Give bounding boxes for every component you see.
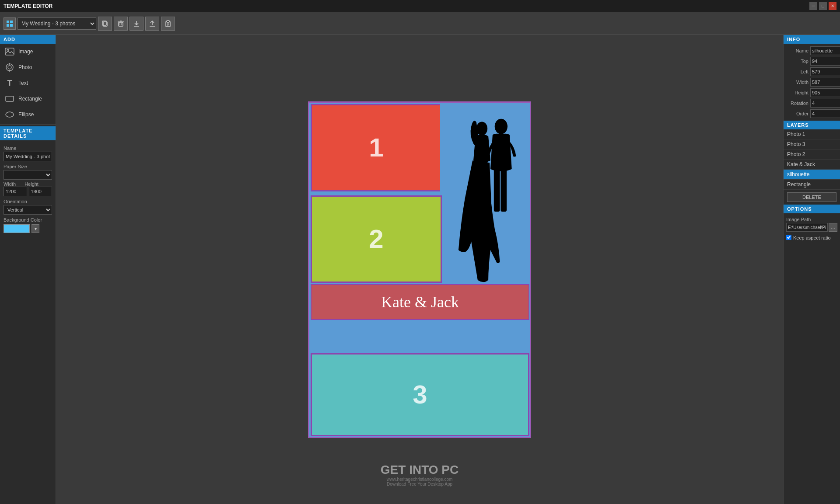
svg-rect-3: [10, 24, 13, 27]
clipboard-button[interactable]: [161, 17, 175, 31]
text-kate-jack[interactable]: Kate & Jack: [311, 284, 529, 320]
layers-header: LAYERS: [784, 121, 840, 129]
bg-color-swatch[interactable]: [4, 224, 30, 233]
ellipse-tool-button[interactable]: Ellipse: [0, 107, 56, 122]
options-header: OPTIONS: [784, 205, 840, 213]
delete-layer-button[interactable]: DELETE: [787, 192, 836, 202]
info-section: Name Top Left Width Height Rotation: [784, 44, 840, 121]
info-left-input[interactable]: [810, 67, 840, 76]
info-name-label: Name: [786, 48, 810, 53]
svg-point-27: [6, 112, 14, 117]
text-kate-jack-value: Kate & Jack: [381, 293, 459, 311]
silhouette-svg: [455, 114, 525, 284]
add-section-header: ADD: [0, 35, 56, 44]
bg-color-dropdown[interactable]: ▾: [32, 224, 39, 233]
width-label: Width: [4, 181, 16, 187]
info-order-label: Order: [786, 111, 810, 116]
info-top-label: Top: [786, 59, 810, 64]
maximize-button[interactable]: □: [819, 2, 827, 10]
layers-list: Photo 1 Photo 3 Photo 2 Kate & Jack silh…: [784, 129, 840, 190]
photo3-box[interactable]: 3: [311, 353, 529, 436]
info-name-input[interactable]: [810, 46, 840, 55]
layer-item-kate-jack[interactable]: Kate & Jack: [784, 160, 840, 170]
svg-rect-1: [10, 21, 13, 23]
photo1-box[interactable]: 1: [311, 104, 442, 191]
paper-size-label: Paper Size: [4, 164, 52, 169]
image-tool-label: Image: [18, 49, 33, 55]
height-input[interactable]: [29, 187, 52, 196]
left-panel: ADD Image Photo T Text Rectangle: [0, 35, 56, 504]
photo-tool-button[interactable]: Photo: [0, 59, 56, 75]
download-button[interactable]: [130, 17, 144, 31]
toolbar: My Wedding - 3 photos: [0, 12, 840, 35]
ellipse-icon: [4, 109, 15, 120]
svg-rect-6: [119, 22, 123, 26]
photo3-number: 3: [413, 379, 427, 410]
info-height-input[interactable]: [810, 88, 840, 97]
height-label: Height: [24, 181, 38, 187]
text-tool-button[interactable]: T Text: [0, 75, 56, 91]
rectangle-icon: [4, 94, 15, 104]
layer-item-rectangle[interactable]: Rectangle: [784, 180, 840, 190]
info-width-input[interactable]: [810, 78, 840, 87]
photo1-number: 1: [369, 132, 383, 163]
silhouette-bg[interactable]: [440, 103, 530, 284]
text-tool-label: Text: [18, 80, 28, 86]
photo-icon: [4, 62, 15, 73]
rectangle-tool-label: Rectangle: [18, 96, 42, 102]
close-button[interactable]: ✕: [829, 2, 836, 10]
info-rotation-input[interactable]: [810, 99, 840, 108]
svg-point-31: [476, 122, 487, 135]
right-panel: INFO Name Top Left Width Height: [783, 35, 840, 504]
main-area: ADD Image Photo T Text Rectangle: [0, 35, 840, 504]
image-tool-button[interactable]: Image: [0, 44, 56, 59]
image-path-input[interactable]: [786, 223, 828, 232]
template-select[interactable]: My Wedding - 3 photos: [18, 17, 96, 30]
svg-point-28: [495, 118, 508, 134]
minimize-button[interactable]: ─: [809, 2, 817, 10]
info-order-input[interactable]: [810, 109, 840, 118]
layer-item-photo1[interactable]: Photo 1: [784, 129, 840, 139]
watermark-sub: Download Free Your Desktop App: [381, 482, 458, 487]
svg-point-22: [6, 64, 13, 71]
template-details-section: Name Paper Size Width Height Orientation…: [0, 140, 56, 236]
info-top-input[interactable]: [810, 57, 840, 66]
watermark-big: GET INTO PC: [381, 463, 458, 477]
info-left-label: Left: [786, 69, 810, 74]
info-width-label: Width: [786, 80, 810, 85]
watermark: GET INTO PC www.heritagechristiancollege…: [381, 463, 458, 487]
name-label: Name: [4, 146, 52, 151]
layer-item-silhouette[interactable]: silhouette: [784, 170, 840, 180]
rectangle-tool-button[interactable]: Rectangle: [0, 91, 56, 107]
name-input[interactable]: [4, 152, 52, 161]
text-icon: T: [4, 78, 15, 88]
layer-item-photo2[interactable]: Photo 2: [784, 149, 840, 160]
svg-rect-0: [7, 21, 9, 23]
options-section: Image Path … Keep aspect ratio: [784, 213, 840, 243]
orientation-label: Orientation: [4, 199, 52, 204]
upload-button[interactable]: [145, 17, 159, 31]
layer-item-photo3[interactable]: Photo 3: [784, 139, 840, 149]
template-details-header: TEMPLATE DETAILS: [0, 126, 56, 140]
bg-color-label: Background Color: [4, 217, 52, 222]
svg-rect-29: [494, 169, 500, 212]
keep-aspect-label: Keep aspect ratio: [793, 235, 831, 240]
ellipse-tool-label: Ellipse: [18, 111, 34, 118]
app-title: TEMPLATE EDITOR: [4, 3, 52, 9]
template-canvas[interactable]: 1: [308, 101, 531, 438]
copy-button[interactable]: [98, 17, 112, 31]
width-input[interactable]: [4, 187, 27, 196]
svg-rect-30: [500, 169, 507, 212]
app-icon: [4, 17, 16, 30]
photo2-box[interactable]: 2: [311, 195, 442, 283]
keep-aspect-checkbox[interactable]: [786, 235, 791, 240]
paper-size-select[interactable]: [4, 170, 52, 180]
image-path-label: Image Path: [786, 217, 837, 222]
image-icon: [4, 46, 15, 57]
svg-point-23: [8, 66, 11, 69]
titlebar: TEMPLATE EDITOR ─ □ ✕: [0, 0, 840, 12]
svg-rect-26: [6, 96, 14, 101]
delete-toolbar-button[interactable]: [114, 17, 128, 31]
image-path-browse[interactable]: …: [829, 223, 837, 232]
orientation-select[interactable]: Vertical: [4, 205, 52, 215]
